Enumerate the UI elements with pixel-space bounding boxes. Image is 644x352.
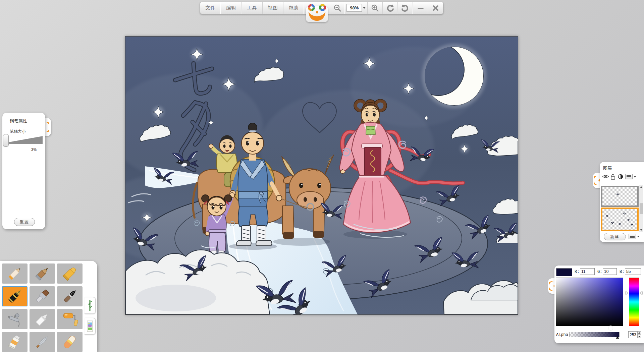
layer-lock-button[interactable]	[610, 174, 615, 181]
undo-icon	[386, 4, 394, 12]
zoom-in-button[interactable]	[368, 2, 383, 14]
zoom-dropdown-caret-icon[interactable]	[363, 7, 366, 9]
layer-list-menu-caret-icon[interactable]	[637, 236, 640, 237]
layer-list-menu[interactable]	[629, 234, 636, 239]
menu-edit[interactable]: 编辑	[221, 2, 242, 14]
tool-airbrush[interactable]	[2, 309, 28, 329]
layer-bottom-preview	[602, 209, 635, 227]
alpha-label: Alpha	[556, 333, 568, 337]
app-window: { "toolbar": { "menus": [ {"label": "文件"…	[0, 0, 644, 352]
close-button[interactable]	[428, 2, 443, 14]
menu-view-label: 视图	[268, 5, 278, 11]
picture-library-tab[interactable]	[85, 318, 96, 335]
tool-fountain-pen-selected[interactable]	[2, 286, 28, 306]
app-mascot-logo	[304, 2, 330, 14]
picture-library-icon	[87, 320, 93, 332]
pencil-icon	[6, 265, 23, 282]
hue-marker-left-icon[interactable]	[626, 291, 628, 295]
g-value-input[interactable]	[603, 268, 617, 275]
menu-file-label: 文件	[205, 5, 215, 11]
alpha-value-input[interactable]	[628, 331, 637, 338]
tool-marker-pen[interactable]	[30, 309, 55, 329]
brush-size-slider[interactable]	[6, 136, 43, 144]
saturation-value-field[interactable]	[556, 278, 623, 326]
crayon-icon	[61, 265, 78, 282]
airbrush-icon	[6, 310, 23, 328]
main-toolbar: 文件 编辑 工具 视图 帮助	[200, 2, 443, 14]
g-label: G:	[597, 270, 602, 274]
tool-eraser[interactable]	[57, 332, 83, 352]
visibility-eye-icon	[602, 174, 609, 179]
brush-size-slider-handle[interactable]	[3, 134, 9, 146]
layer-visibility-button[interactable]	[602, 174, 609, 180]
layer-top-preview	[602, 187, 635, 203]
color-picker-panel: R: G: B: Alpha	[554, 266, 644, 343]
current-color-swatch	[556, 268, 572, 276]
menu-help-label: 帮助	[288, 5, 299, 11]
alpha-increment-button[interactable]	[637, 331, 641, 335]
layer-blend-button[interactable]	[618, 174, 623, 181]
redo-button[interactable]	[398, 2, 413, 14]
mascot-rainbow-eye-icon	[307, 3, 316, 12]
color-field-marker[interactable]	[608, 326, 613, 331]
alpha-spinner	[628, 331, 642, 338]
mascot-nose	[316, 11, 318, 13]
alpha-marker-icon[interactable]	[616, 336, 619, 339]
menu-edit-label: 编辑	[226, 5, 236, 11]
menu-file[interactable]: 文件	[200, 2, 221, 14]
undo-button[interactable]	[383, 2, 398, 14]
reset-button-label: 重置	[20, 219, 29, 225]
minimize-icon	[417, 5, 424, 11]
scroll-down-icon[interactable]	[640, 229, 643, 231]
spin-up-icon	[638, 332, 640, 334]
tool-paintbrush[interactable]	[30, 286, 55, 306]
qixi-illustration	[125, 37, 518, 314]
mascot-rainbow-eye-icon	[318, 3, 327, 12]
bamboo-icon	[87, 299, 93, 312]
menu-tools[interactable]: 工具	[242, 2, 263, 14]
tool-painting-knife[interactable]	[30, 332, 55, 352]
b-value-input[interactable]	[625, 268, 641, 275]
menu-help[interactable]: 帮助	[283, 2, 304, 14]
layers-panel: 图层	[600, 162, 644, 242]
layer-item-top[interactable]	[601, 186, 639, 207]
paint-roller-icon	[61, 310, 78, 328]
layer-options-menu[interactable]	[625, 174, 633, 179]
tool-charcoal-pen[interactable]	[30, 263, 55, 284]
bamboo-stamp-tab[interactable]	[85, 297, 96, 314]
menu-view[interactable]: 视图	[263, 2, 283, 14]
tool-paint-tube[interactable]	[2, 332, 28, 352]
tool-paint-roller[interactable]	[57, 309, 83, 329]
blend-contrast-icon	[618, 174, 623, 179]
zoom-out-icon	[333, 4, 341, 12]
hue-marker-right-icon[interactable]	[640, 291, 642, 295]
paint-tube-icon	[6, 333, 23, 351]
b-label: B:	[620, 270, 624, 274]
tool-pencil[interactable]	[2, 263, 28, 284]
menu-tools-label: 工具	[247, 5, 257, 11]
close-icon	[432, 5, 439, 11]
layers-scrollbar-thumb[interactable]	[640, 203, 643, 214]
minimize-button[interactable]	[413, 2, 428, 14]
hue-slider[interactable]	[629, 278, 639, 326]
spin-down-icon	[638, 336, 640, 337]
alpha-slider[interactable]	[569, 332, 620, 337]
zoom-level-input[interactable]	[346, 4, 362, 12]
r-value-input[interactable]	[580, 268, 595, 275]
layer-options-caret-icon[interactable]	[634, 176, 636, 178]
zoom-out-button[interactable]	[330, 2, 345, 14]
layer-item-bottom-selected[interactable]	[601, 208, 639, 231]
tool-crayon[interactable]	[57, 263, 83, 284]
alpha-decrement-button[interactable]	[637, 335, 641, 339]
scroll-up-icon[interactable]	[640, 186, 643, 188]
reset-button[interactable]: 重置	[14, 218, 35, 226]
drawing-canvas[interactable]	[125, 36, 518, 315]
pen-panel-title: 钢笔属性	[10, 118, 27, 124]
paintbrush-icon	[34, 288, 51, 305]
zoom-level-combo	[345, 2, 368, 14]
new-layer-button[interactable]: 新建	[604, 233, 626, 240]
marker-pen-icon	[34, 310, 51, 328]
layers-panel-title: 图层	[603, 165, 612, 171]
layers-scrollbar[interactable]	[639, 185, 643, 232]
tool-ink-brush[interactable]	[57, 286, 83, 306]
